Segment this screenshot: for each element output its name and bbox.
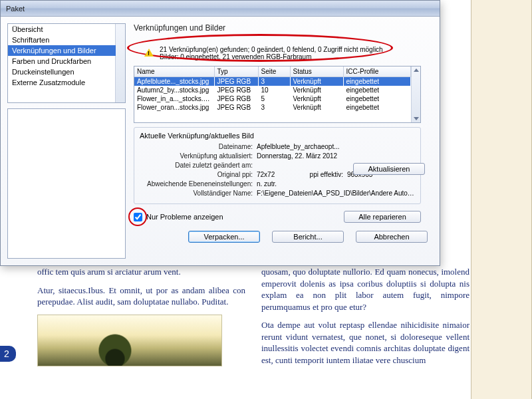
cell-icc: eingebettet: [343, 86, 411, 94]
document-body-text: offic tem quis arum si arciatur arum ven…: [37, 266, 469, 372]
col-header-type[interactable]: Typ: [214, 66, 258, 77]
detail-title: Aktuelle Verknüpfung/aktuelles Bild: [140, 132, 415, 140]
cell-type: JPEG RGB: [214, 77, 258, 86]
report-button[interactable]: Bericht...: [272, 231, 344, 243]
detail-label: Vollständiger Name:: [140, 189, 253, 198]
body-paragraph: Ota dempe aut volut reptasp ellendae nih…: [261, 319, 469, 366]
doc-right-gutter: [471, 0, 532, 399]
cell-name: Apfelbluete..._stocks.jpg: [134, 77, 214, 86]
alert-summary: 21 Verknüpfung(en) gefunden; 0 geändert,…: [134, 45, 430, 62]
workspace: Paket 2 offic tem quis arum si arciatur …: [0, 0, 532, 399]
cell-name: Flower_in_a..._stocks.jpg: [134, 94, 214, 103]
cell-page: 5: [258, 94, 290, 103]
sidebar-item-plugins[interactable]: Externe Zusatzmodule: [8, 77, 116, 88]
page-number-badge: 2: [0, 346, 16, 362]
dialog-title: Paket: [6, 5, 25, 13]
col-header-page[interactable]: Seite: [258, 66, 290, 77]
detail-label: ppi effektiv:: [297, 170, 343, 180]
cell-type: JPEG RGB: [214, 94, 258, 103]
sidebar-category-list[interactable]: Übersicht Schriftarten Verknüpfungen und…: [7, 23, 126, 103]
cell-icc: eingebettet: [343, 103, 411, 112]
detail-label: Datei zuletzt geändert am:: [140, 161, 253, 170]
col-header-icc[interactable]: ICC-Profile: [343, 66, 411, 77]
sidebar-item-print-settings[interactable]: Druckeinstellungen: [8, 66, 116, 77]
body-paragraph: offic tem quis arum si arciatur arum ven…: [37, 266, 245, 278]
cell-name: Flower_oran...stocks.jpg: [134, 103, 214, 112]
table-scrollbar[interactable]: [411, 66, 420, 122]
links-table[interactable]: Name Typ Seite Status ICC-Profile Apfelb…: [134, 66, 421, 123]
section-title: Verknüpfungen und Bilder: [134, 23, 430, 33]
cell-page: 10: [258, 86, 290, 94]
sidebar-item-overview[interactable]: Übersicht: [8, 24, 116, 35]
table-row[interactable]: Flower_oran...stocks.jpg JPEG RGB 3 Verk…: [134, 103, 411, 112]
cell-icc: eingebettet: [343, 77, 411, 86]
detail-value: n. zutr.: [257, 180, 415, 189]
detail-label: Verknüpfung aktualisiert:: [140, 152, 253, 161]
detail-value: 72x72: [257, 170, 297, 180]
sidebar-item-links-images[interactable]: Verknüpfungen und Bilder: [8, 45, 116, 56]
col-header-status[interactable]: Status: [290, 66, 343, 77]
cell-status: Verknüpft: [290, 77, 343, 86]
alert-line-2: Bilder: 0 eingebettet, 21 verwenden RGB-…: [160, 53, 399, 61]
table-row[interactable]: Flower_in_a..._stocks.jpg JPEG RGB 5 Ver…: [134, 94, 411, 103]
detail-label: Dateiname:: [140, 142, 253, 152]
alert-line-1: 21 Verknüpfung(en) gefunden; 0 geändert,…: [160, 46, 399, 53]
detail-value: F:\Eigene_Dateien\AA_PSD_ID\Bilder\Ander…: [257, 189, 415, 198]
sidebar-item-colors[interactable]: Farben und Druckfarben: [8, 56, 116, 66]
warning-icon: [144, 49, 154, 57]
table-row[interactable]: Autumn2_by...stocks.jpg JPEG RGB 10 Verk…: [134, 86, 411, 94]
body-paragraph: quosam, quo doluptate nullorio. Ed quam …: [261, 266, 469, 313]
dialog-titlebar[interactable]: Paket: [1, 1, 440, 17]
detail-label: Abweichende Ebeneneinstellungen:: [140, 180, 253, 189]
detail-value: Donnerstag, 22. März 2012: [257, 152, 415, 161]
sidebar-empty-panel: [7, 108, 126, 259]
package-button[interactable]: Verpacken...: [188, 231, 260, 243]
sidebar-item-fonts[interactable]: Schriftarten: [8, 35, 116, 45]
cancel-button[interactable]: Abbrechen: [356, 231, 428, 243]
repair-all-button[interactable]: Alle reparieren: [344, 211, 421, 223]
update-button[interactable]: Aktualisieren: [353, 163, 425, 175]
cell-page: 3: [258, 103, 290, 112]
cell-type: JPEG RGB: [214, 103, 258, 112]
cell-status: Verknüpft: [290, 86, 343, 94]
detail-label: Original ppi:: [140, 170, 253, 180]
problems-only-checkbox[interactable]: [134, 213, 142, 221]
detail-value: Apfelbluete_by_archaeopt...: [257, 142, 415, 152]
table-row[interactable]: Apfelbluete..._stocks.jpg JPEG RGB 3 Ver…: [134, 77, 411, 86]
problems-only-label: Nur Probleme anzeigen: [146, 213, 223, 221]
cell-status: Verknüpft: [290, 103, 343, 112]
cell-name: Autumn2_by...stocks.jpg: [134, 86, 214, 94]
cell-type: JPEG RGB: [214, 86, 258, 94]
body-paragraph: Atur, sitaecus.Ibus. Et omnit, ut por as…: [37, 285, 245, 308]
package-dialog: Paket Übersicht Schriftarten Verknüpfung…: [0, 0, 440, 266]
placed-image: [37, 315, 222, 366]
col-header-name[interactable]: Name: [134, 66, 214, 77]
cell-icc: eingebettet: [343, 94, 411, 103]
cell-page: 3: [258, 77, 290, 86]
cell-status: Verknüpft: [290, 94, 343, 103]
